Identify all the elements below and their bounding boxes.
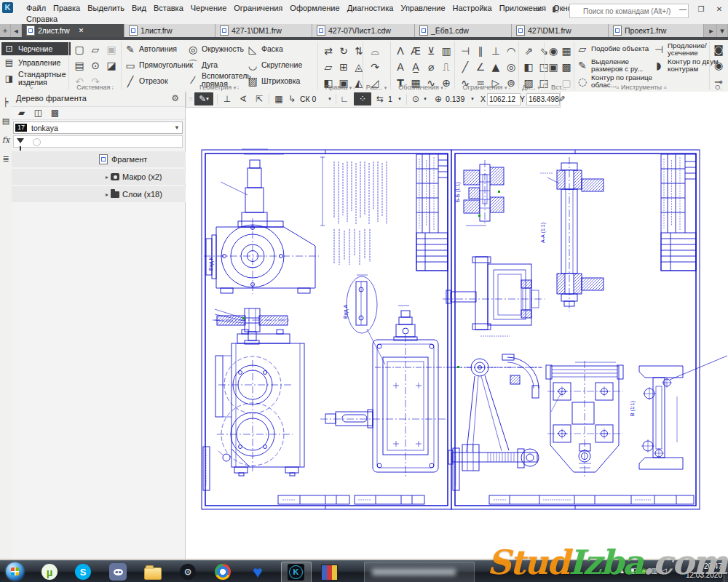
- tool-autoline[interactable]: ✎Автолиния: [124, 43, 177, 56]
- constraint-tool-icon[interactable]: ▲: [489, 60, 502, 73]
- cursor-step-value[interactable]: 1: [388, 95, 392, 103]
- menu-edit[interactable]: Правка: [50, 2, 84, 14]
- menu-diagnostics[interactable]: Диагностика: [344, 2, 397, 14]
- constraint-tool-icon[interactable]: ⊣: [459, 44, 472, 57]
- dimension-tool-icon[interactable]: ⇗: [522, 44, 535, 57]
- tool-rectangle[interactable]: ▭Прямоугольник: [124, 59, 193, 72]
- coordinate-system-icon[interactable]: ↳: [286, 92, 298, 105]
- menu-management[interactable]: Управление: [397, 2, 448, 14]
- close-button[interactable]: ✕: [713, 4, 725, 15]
- mode-standard-parts-button[interactable]: ◨Стандартные изделия: [1, 69, 71, 88]
- expand-arrow-icon[interactable]: ▸: [103, 174, 111, 180]
- constraint-tool-icon[interactable]: ∥: [474, 44, 487, 57]
- taskbar-winrar-icon[interactable]: [320, 563, 338, 581]
- constraint-tool-icon[interactable]: ╱: [459, 60, 472, 73]
- tree-filter-row[interactable]: [13, 135, 183, 148]
- zoom-dropdown-icon[interactable]: ▾: [469, 92, 476, 105]
- tool-chamfer[interactable]: ◺Фаска: [246, 43, 283, 56]
- taskbar-heart-app-icon[interactable]: ♥: [249, 563, 266, 581]
- variables-panel-icon[interactable]: fx: [0, 132, 12, 147]
- tab-427-dm1[interactable]: 427\DM1.frw: [512, 24, 609, 37]
- tab-1list[interactable]: 1лист.frw: [124, 24, 215, 37]
- angle-snap-icon[interactable]: ∢: [236, 92, 250, 105]
- cursor-step-icon[interactable]: ⇆: [373, 92, 387, 105]
- taskbar-window-button[interactable]: [364, 562, 475, 582]
- constraint-tool-icon[interactable]: ⊥: [489, 44, 502, 57]
- insert-tool-icon[interactable]: ◉: [547, 44, 560, 57]
- tabs-scroll-left-icon[interactable]: ◂: [11, 24, 22, 37]
- notation-tool-icon[interactable]: ⌀: [424, 60, 438, 73]
- tree-item-macro[interactable]: ▸ Макро (x2): [12, 169, 186, 185]
- tabs-scroll-right-icon[interactable]: ▸: [706, 24, 717, 37]
- tool-arc[interactable]: ⌒Дуга: [186, 59, 218, 72]
- notation-tool-icon[interactable]: ⎍: [440, 60, 453, 73]
- drawing-canvas[interactable]: Вид К Вид А Б-Б (1:1) А-А (1:1) В (1:1): [186, 92, 728, 559]
- tab-427-07-list1[interactable]: 427-07\Лист1.cdw: [312, 24, 415, 37]
- taskbar-kompas-button[interactable]: K: [281, 562, 312, 582]
- tree-item-layers[interactable]: ▸ Слои (x18): [12, 186, 186, 202]
- raz-tool-icon[interactable]: ↷: [368, 60, 381, 73]
- print-preview-icon[interactable]: ⊙: [89, 59, 102, 72]
- edit-tool-icon[interactable]: ↻: [337, 44, 350, 57]
- edit-tool-icon[interactable]: ⇅: [352, 44, 365, 57]
- taskbar-chrome-icon[interactable]: [214, 563, 232, 581]
- modes-collapse-icon[interactable]: ⌄: [29, 84, 34, 90]
- tab-close-icon[interactable]: ✕: [79, 27, 84, 34]
- notation-tool-icon[interactable]: ▥: [440, 44, 453, 57]
- restore-button[interactable]: ❐: [695, 4, 707, 15]
- expand-arrow-icon[interactable]: ▸: [103, 191, 111, 198]
- toolbar-drag-handle[interactable]: ⁙: [188, 92, 194, 105]
- ortho-snap-icon[interactable]: ⇱: [252, 92, 266, 105]
- coordinate-system-value[interactable]: СК 0: [300, 95, 316, 103]
- tab-ebv1[interactable]: _Ёбв1.cdw: [415, 24, 512, 37]
- objects-filter-icon[interactable]: ◫: [33, 108, 44, 119]
- raz-tool-icon[interactable]: ⌓: [368, 44, 381, 57]
- eyedropper-icon[interactable]: ✎: [555, 94, 568, 104]
- notation-tool-icon[interactable]: ⊻: [424, 44, 438, 57]
- filter-funnel-icon[interactable]: [17, 138, 24, 143]
- gear-icon[interactable]: ⚙: [171, 93, 179, 103]
- menu-insert[interactable]: Вставка: [150, 2, 187, 14]
- x-coordinate-field[interactable]: 1062.12: [487, 93, 521, 105]
- zoom-tool-dropdown-icon[interactable]: ▾: [422, 92, 429, 105]
- snap-mode-button[interactable]: ✎▾: [194, 92, 213, 105]
- open-document-icon[interactable]: ▱: [89, 43, 102, 56]
- new-tab-button[interactable]: +: [0, 24, 11, 37]
- grid-icon[interactable]: ▦: [272, 92, 286, 105]
- menu-help[interactable]: Справка: [23, 13, 61, 25]
- tree-item-fragment[interactable]: Фрагмент: [12, 151, 186, 167]
- cs-dropdown-icon[interactable]: ▾: [326, 92, 333, 105]
- current-layer-combo[interactable]: 17 tonkaya ▼: [13, 121, 183, 134]
- tool-extend-trim[interactable]: ⊣Продление/ усечение: [652, 42, 721, 57]
- taskbar-discord-icon[interactable]: [109, 563, 127, 581]
- notation-tool-icon[interactable]: Æ: [409, 44, 422, 57]
- taskbar-utorrent-icon[interactable]: µ: [41, 563, 58, 581]
- start-button[interactable]: [6, 562, 24, 581]
- menu-file[interactable]: Файл: [23, 2, 50, 14]
- parameters-panel-icon[interactable]: ▤: [0, 113, 12, 128]
- insert-tool-icon[interactable]: ▦: [560, 44, 573, 57]
- tree-panel-icon[interactable]: ╞: [0, 95, 12, 109]
- menu-settings[interactable]: Настройка: [449, 2, 496, 14]
- tool-offset-object[interactable]: ▱Подобие объекта: [576, 42, 654, 55]
- tabs-list-icon[interactable]: ▾: [717, 24, 728, 37]
- screen-preview-icon[interactable]: ◧: [550, 4, 561, 15]
- dimension-tool-icon[interactable]: ◧: [522, 60, 535, 73]
- mode-drawing-button[interactable]: ⊡Черчение: [1, 42, 71, 55]
- constraint-tool-icon[interactable]: ◠: [505, 44, 518, 57]
- zoom-tool-icon[interactable]: ⊙: [409, 92, 422, 105]
- tool-circle[interactable]: ◎Окружность: [186, 43, 244, 56]
- menu-layout[interactable]: Оформление: [286, 2, 343, 14]
- save-as-icon[interactable]: ◪: [105, 59, 118, 72]
- taskbar-steam-icon[interactable]: ⊙: [179, 563, 197, 581]
- taskbar-explorer-icon[interactable]: [144, 563, 162, 581]
- edit-tool-icon[interactable]: ◬: [352, 60, 365, 73]
- mode-management-button[interactable]: ▤Управление: [1, 56, 71, 69]
- menu-drawing[interactable]: Черчение: [187, 2, 231, 14]
- edit-tool-icon[interactable]: ▱: [322, 60, 335, 73]
- layer-dropdown-icon[interactable]: ▼: [174, 124, 180, 131]
- notation-tool-icon[interactable]: Λ: [394, 44, 407, 57]
- edit-tool-icon[interactable]: ⇄: [322, 44, 335, 57]
- tab-proekt1[interactable]: Проект1.frw: [609, 24, 704, 37]
- zoom-scale-icon[interactable]: ⊕: [432, 92, 445, 105]
